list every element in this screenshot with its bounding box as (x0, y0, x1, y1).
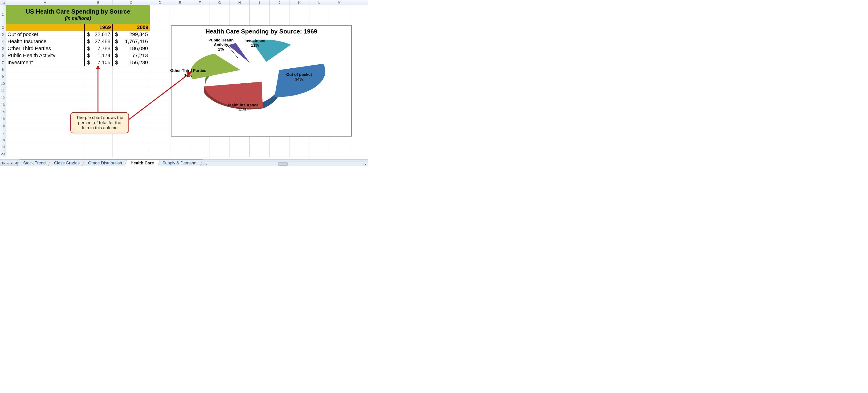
row-header-18[interactable]: 18 (0, 136, 6, 143)
sheet-tab-supply-demand[interactable]: Supply & Demand (156, 160, 203, 166)
cell-D7[interactable] (150, 59, 170, 66)
row-header-7[interactable]: 7 (0, 59, 6, 66)
row-header-19[interactable]: 19 (0, 143, 6, 150)
cell-D16[interactable] (150, 122, 170, 129)
tab-nav-next[interactable]: ▸ (10, 161, 14, 165)
tab-nav-first[interactable]: ▮◂ (1, 161, 6, 165)
scroll-right-icon[interactable]: ▸ (364, 162, 368, 166)
col-header-A[interactable]: A (6, 0, 84, 5)
row-header-6[interactable]: 6 (0, 52, 6, 59)
cell-A9[interactable] (6, 73, 84, 80)
cell-D12[interactable] (150, 94, 170, 101)
cell-J18[interactable] (270, 136, 289, 143)
select-all-corner[interactable] (0, 0, 6, 5)
cell-A12[interactable] (6, 94, 84, 101)
cell-E19[interactable] (170, 143, 190, 150)
cell-E18[interactable] (170, 136, 190, 143)
cell-B11[interactable] (84, 87, 113, 94)
cell-M18[interactable] (329, 136, 349, 143)
cell-C8[interactable] (113, 66, 150, 73)
cell-B5[interactable]: $7,788 (84, 45, 113, 52)
cell-A5[interactable]: Other Third Parties (6, 45, 84, 52)
cell-D2[interactable] (150, 24, 170, 31)
col-header-D[interactable]: D (150, 0, 170, 5)
cell-I20[interactable] (250, 150, 270, 157)
cell-C9[interactable] (113, 73, 150, 80)
row-header-15[interactable]: 15 (0, 115, 6, 122)
tab-nav-prev[interactable]: ◂ (6, 161, 10, 165)
scroll-left-icon[interactable]: ◂ (204, 162, 208, 166)
cell-F20[interactable] (190, 150, 210, 157)
cell-C3[interactable]: $299,345 (113, 31, 150, 38)
col-header-I[interactable]: I (250, 0, 270, 5)
cell-J19[interactable] (270, 143, 289, 150)
row-header-3[interactable]: 3 (0, 31, 6, 38)
row-header-14[interactable]: 14 (0, 108, 6, 115)
cell-A6[interactable]: Public Health Activity (6, 52, 84, 59)
cell-D9[interactable] (150, 73, 170, 80)
cell-A18[interactable] (6, 136, 84, 143)
year-header-2009[interactable]: 2009 (113, 24, 150, 31)
col-header-H[interactable]: H (230, 0, 250, 5)
cell-B7[interactable]: $7,105 (84, 59, 113, 66)
cell-A8[interactable] (6, 66, 84, 73)
row-header-8[interactable]: 8 (0, 66, 6, 73)
cell-A19[interactable] (6, 143, 84, 150)
cell-M20[interactable] (329, 150, 349, 157)
cell-L20[interactable] (309, 150, 329, 157)
cell-C13[interactable] (113, 101, 150, 108)
cell-B4[interactable]: $27,488 (84, 38, 113, 45)
cell-A13[interactable] (6, 101, 84, 108)
cell-B20[interactable] (84, 150, 113, 157)
scroll-thumb[interactable] (278, 162, 288, 166)
row-header-9[interactable]: 9 (0, 73, 6, 80)
cell-D15[interactable] (150, 115, 170, 122)
col-header-F[interactable]: F (190, 0, 210, 5)
cell-F1[interactable] (190, 5, 210, 24)
cell-D3[interactable] (150, 31, 170, 38)
cell-D10[interactable] (150, 80, 170, 87)
cell-D17[interactable] (150, 129, 170, 136)
cell-C11[interactable] (113, 87, 150, 94)
row-header-11[interactable]: 11 (0, 87, 6, 94)
cell-D13[interactable] (150, 101, 170, 108)
cell-D8[interactable] (150, 66, 170, 73)
cell-C6[interactable]: $77,213 (113, 52, 150, 59)
cell-B13[interactable] (84, 101, 113, 108)
year-header-1969[interactable]: 1969 (84, 24, 113, 31)
cell-H19[interactable] (230, 143, 250, 150)
sheet-tab-grade-distribution[interactable]: Grade Distribution (82, 160, 128, 166)
row-header-2[interactable]: 2 (0, 24, 6, 31)
cell-F18[interactable] (190, 136, 210, 143)
col-header-L[interactable]: L (309, 0, 329, 5)
cell-B6[interactable]: $1,174 (84, 52, 113, 59)
cell-K20[interactable] (289, 150, 309, 157)
cell-D14[interactable] (150, 108, 170, 115)
table-title[interactable]: US Health Care Spending by Source (in mi… (6, 5, 150, 24)
cell-E20[interactable] (170, 150, 190, 157)
row-header-16[interactable]: 16 (0, 122, 6, 129)
cell-J20[interactable] (270, 150, 289, 157)
scroll-track[interactable] (208, 162, 364, 166)
cell-G18[interactable] (210, 136, 230, 143)
cell-M1[interactable] (329, 5, 349, 24)
cell-E1[interactable] (170, 5, 190, 24)
row-header-4[interactable]: 4 (0, 38, 6, 45)
row-header-5[interactable]: 5 (0, 45, 6, 52)
cell-H1[interactable] (230, 5, 250, 24)
cell-C12[interactable] (113, 94, 150, 101)
cell-G19[interactable] (210, 143, 230, 150)
cell-A10[interactable] (6, 80, 84, 87)
cell-B12[interactable] (84, 94, 113, 101)
cell-A2[interactable] (6, 24, 84, 31)
cell-B9[interactable] (84, 73, 113, 80)
sheet-tab-stock-trend[interactable]: Stock Trend (17, 160, 52, 166)
row-header-17[interactable]: 17 (0, 129, 6, 136)
cell-C18[interactable] (113, 136, 150, 143)
cell-B10[interactable] (84, 80, 113, 87)
col-header-M[interactable]: M (329, 0, 349, 5)
cell-K18[interactable] (289, 136, 309, 143)
cell-C4[interactable]: $1,767,416 (113, 38, 150, 45)
sheet-tab-health-care[interactable]: Health Care (124, 160, 160, 166)
row-header-1[interactable]: 1 (0, 5, 6, 24)
